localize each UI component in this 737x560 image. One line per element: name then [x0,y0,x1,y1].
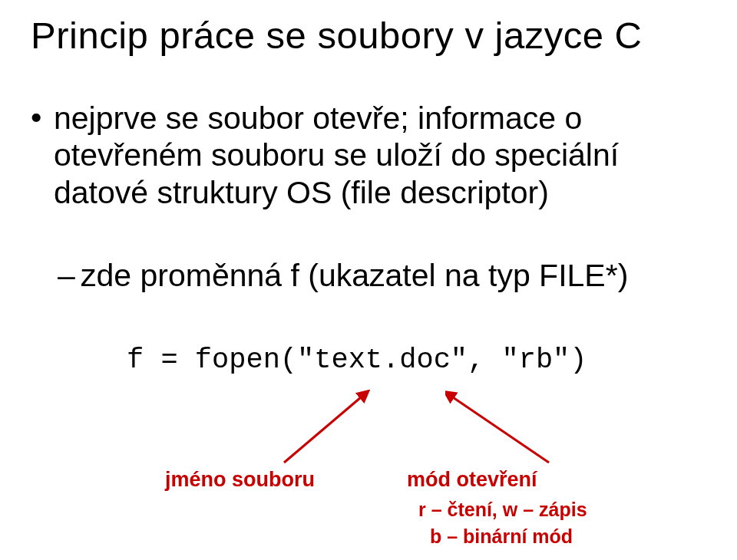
mode-explain-line-1: r – čtení, w – zápis [418,499,587,521]
slide-title: Princip práce se soubory v jazyce C [31,14,642,57]
bullet-item-1: • nejprve se soubor otevře; informace o … [31,100,46,136]
sub-bullet-item-1-text: zde proměnná f (ukazatel na typ FILE*) [81,258,628,294]
svg-line-1 [453,397,549,463]
svg-line-0 [284,397,361,463]
caption-filename: jméno souboru [165,468,315,492]
code-example: f = fopen(″text.doc″, ″rb″) [127,344,587,376]
sub-bullet-item-1: – zde proměnná f (ukazatel na typ FILE*) [58,258,81,294]
bullet-item-1-text: nejprve se soubor otevře; informace o ot… [54,100,619,211]
bullet-dot-icon: • [31,100,46,136]
caption-mode: mód otevření [407,468,537,492]
sub-bullet-dash-icon: – [58,258,81,294]
mode-explain-line-2: b – binární mód [430,525,573,548]
